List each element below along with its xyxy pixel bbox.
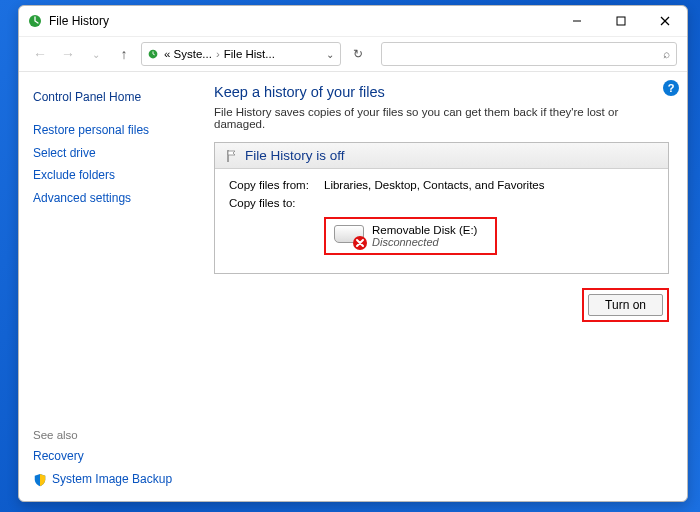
status-panel-header: File History is off: [215, 143, 668, 169]
status-text: File History is off: [245, 148, 345, 163]
window-title: File History: [49, 14, 109, 28]
close-button[interactable]: [643, 6, 687, 36]
drive-icon: [332, 223, 366, 249]
copy-from-label: Copy files from:: [229, 179, 324, 191]
copy-from-value: Libraries, Desktop, Contacts, and Favori…: [324, 179, 545, 191]
window-buttons: [555, 6, 687, 36]
file-history-icon: [27, 13, 43, 29]
back-button[interactable]: ←: [29, 43, 51, 65]
folder-icon: [146, 47, 160, 61]
window: File History ← → ⌄ ↑ « Syste... › File H…: [18, 5, 688, 502]
breadcrumb-separator-icon: ›: [216, 48, 220, 60]
status-panel: File History is off Copy files from: Lib…: [214, 142, 669, 274]
control-panel-home-link[interactable]: Control Panel Home: [33, 86, 194, 109]
sidebar-link-recovery[interactable]: Recovery: [33, 445, 194, 468]
forward-button[interactable]: →: [57, 43, 79, 65]
turn-on-highlight: Turn on: [582, 288, 669, 322]
sidebar-link-system-image-backup[interactable]: System Image Backup: [52, 468, 172, 491]
help-button[interactable]: ?: [663, 80, 679, 96]
refresh-button[interactable]: ↻: [347, 47, 369, 61]
flag-icon: [225, 149, 239, 163]
toolbar: ← → ⌄ ↑ « Syste... › File Hist... ⌄ ↻ ⌕: [19, 36, 687, 72]
svg-rect-2: [617, 17, 625, 25]
disconnected-icon: [352, 235, 368, 251]
turn-on-button[interactable]: Turn on: [588, 294, 663, 316]
status-panel-body: Copy files from: Libraries, Desktop, Con…: [215, 169, 668, 273]
drive-box: Removable Disk (E:) Disconnected: [324, 217, 497, 255]
page-title: Keep a history of your files: [214, 84, 669, 100]
sidebar-link-select-drive[interactable]: Select drive: [33, 142, 194, 165]
main-content: ? Keep a history of your files File Hist…: [204, 72, 687, 501]
shield-icon: [33, 473, 47, 487]
body: Control Panel Home Restore personal file…: [19, 72, 687, 501]
address-bar[interactable]: « Syste... › File Hist... ⌄: [141, 42, 341, 66]
page-subtitle: File History saves copies of your files …: [214, 106, 669, 130]
sidebar: Control Panel Home Restore personal file…: [19, 72, 204, 501]
maximize-button[interactable]: [599, 6, 643, 36]
drive-state: Disconnected: [372, 236, 477, 248]
search-icon: ⌕: [663, 47, 670, 61]
titlebar: File History: [19, 6, 687, 36]
search-input[interactable]: ⌕: [381, 42, 677, 66]
see-also-label: See also: [33, 429, 194, 441]
chevron-down-icon[interactable]: ⌄: [324, 49, 336, 60]
recent-locations-button[interactable]: ⌄: [85, 43, 107, 65]
copy-to-label: Copy files to:: [229, 197, 324, 209]
sidebar-link-advanced[interactable]: Advanced settings: [33, 187, 194, 210]
breadcrumb-root[interactable]: « Syste...: [164, 48, 212, 60]
sidebar-link-restore[interactable]: Restore personal files: [33, 119, 194, 142]
breadcrumb-current[interactable]: File Hist...: [224, 48, 275, 60]
sidebar-link-exclude[interactable]: Exclude folders: [33, 164, 194, 187]
up-button[interactable]: ↑: [113, 43, 135, 65]
drive-name: Removable Disk (E:): [372, 224, 477, 236]
minimize-button[interactable]: [555, 6, 599, 36]
